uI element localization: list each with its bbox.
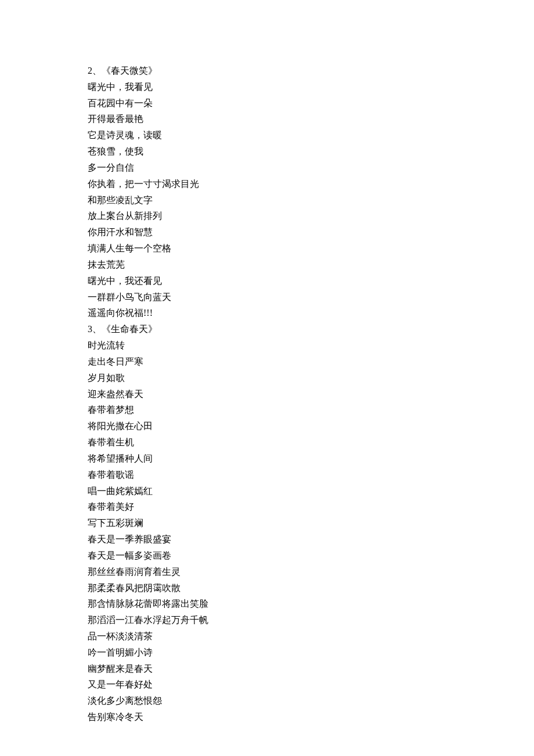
text-line: 吟一首明媚小诗: [88, 645, 534, 661]
text-line: 幽梦醒来是春天: [88, 661, 534, 677]
text-line: 淡化多少离愁恨怨: [88, 693, 534, 709]
text-line: 填满人生每一个空格: [88, 240, 534, 257]
text-line: 2、《春天微笑》: [88, 63, 534, 79]
text-line: 那丝丝春雨润育着生灵: [88, 564, 534, 580]
text-line: 3、《生命春天》: [88, 321, 534, 337]
text-line: 春带着生机: [88, 434, 534, 451]
text-line: 遥遥向你祝福!!!: [88, 305, 534, 321]
text-line: 曙光中，我还看见: [88, 273, 534, 289]
text-line: 品一杯淡淡清茶: [88, 628, 534, 645]
text-line: 开得最香最艳: [88, 111, 534, 127]
text-line: 抹去荒芜: [88, 257, 534, 273]
text-line: 时光流转: [88, 337, 534, 354]
text-line: 曙光中，我看见: [88, 79, 534, 95]
text-line: 春带着梦想: [88, 402, 534, 418]
text-line: 那滔滔一江春水浮起万舟千帆: [88, 612, 534, 628]
text-line: 岁月如歌: [88, 370, 534, 386]
text-line: 春带着美好: [88, 499, 534, 515]
text-line: 将阳光撒在心田: [88, 418, 534, 434]
text-line: 你用汗水和智慧: [88, 224, 534, 240]
text-line: 春天是一幅多姿画卷: [88, 548, 534, 564]
text-line: 将希望播种人间: [88, 451, 534, 467]
text-line: 和那些凌乱文字: [88, 192, 534, 208]
text-line: 迎来盎然春天: [88, 386, 534, 402]
text-line: 那柔柔春风把阴霭吹散: [88, 580, 534, 596]
text-line: 写下五彩斑斓: [88, 515, 534, 531]
text-line: 多一分自信: [88, 160, 534, 176]
text-line: 放上案台从新排列: [88, 208, 534, 224]
text-line: 那含情脉脉花蕾即将露出笑脸: [88, 596, 534, 612]
text-line: 走出冬日严寒: [88, 354, 534, 370]
text-line: 又是一年春好处: [88, 676, 534, 693]
text-line: 唱一曲姹紫嫣红: [88, 483, 534, 499]
text-line: 苍狼雪，使我: [88, 143, 534, 160]
text-line: 它是诗灵魂，读暖: [88, 127, 534, 143]
text-line: 春带着歌谣: [88, 467, 534, 483]
text-line: 百花园中有一朵: [88, 95, 534, 111]
text-line: 你执着，把一寸寸渴求目光: [88, 176, 534, 192]
text-line: 春天是一季养眼盛宴: [88, 531, 534, 548]
document-page: 2、《春天微笑》曙光中，我看见百花园中有一朵开得最香最艳它是诗灵魂，读暖苍狼雪，…: [0, 0, 534, 756]
text-line: 告别寒冷冬天: [88, 709, 534, 725]
text-line: 一群群小鸟飞向蓝天: [88, 289, 534, 305]
